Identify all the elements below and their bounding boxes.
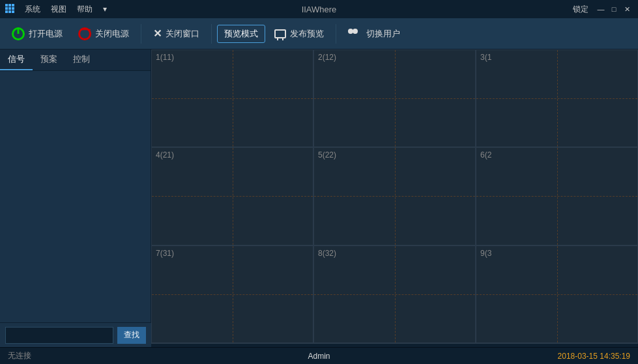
menu-view[interactable]: 视图 bbox=[47, 4, 70, 15]
status-user: Admin bbox=[308, 352, 330, 361]
status-bar: 无连接 Admin 2018-03-15 14:35:19 bbox=[0, 347, 638, 364]
maximize-button[interactable]: □ bbox=[608, 3, 620, 15]
separator-1 bbox=[141, 24, 141, 44]
grid-cell-label-6: 7(31) bbox=[156, 249, 174, 258]
app-title: IIAWhere bbox=[302, 5, 337, 14]
preview-mode-button[interactable]: 预览模式 bbox=[217, 25, 265, 43]
close-window-label: 关闭窗口 bbox=[166, 28, 199, 40]
preview-mode-label: 预览模式 bbox=[224, 28, 258, 40]
sidebar: 信号 预案 控制 bbox=[0, 49, 151, 347]
search-button[interactable]: 查找 bbox=[117, 327, 146, 344]
sidebar-search: 查找 bbox=[0, 322, 151, 347]
tab-signal[interactable]: 信号 bbox=[0, 49, 33, 70]
window-controls: 锁定 — □ ✕ bbox=[568, 3, 633, 15]
toolbar: 打开电源 关闭电源 ✕ 关闭窗口 预览模式 发布预览 切换用户 bbox=[0, 18, 638, 49]
search-input[interactable] bbox=[5, 327, 113, 344]
grid-cell-label-2: 3(1 bbox=[480, 53, 491, 62]
power-on-label: 打开电源 bbox=[29, 28, 63, 40]
menu-system[interactable]: 系统 bbox=[21, 4, 44, 15]
connection-status: 无连接 bbox=[8, 350, 558, 361]
switch-user-label: 切换用户 bbox=[366, 28, 400, 40]
grid-cell-label-5: 6(2 bbox=[480, 150, 491, 160]
power-on-icon bbox=[12, 27, 25, 40]
grid-cell-7[interactable]: 8(32) bbox=[313, 245, 476, 343]
grid-cell-4[interactable]: 5(22) bbox=[313, 147, 476, 245]
grid-container: 1(11)2(12)3(14(21)5(22)6(27(31)8(32)9(3 bbox=[151, 49, 638, 343]
users-icon bbox=[348, 29, 362, 39]
grid-scrollbar[interactable] bbox=[151, 343, 638, 347]
separator-3 bbox=[336, 24, 336, 44]
grid-cell-0[interactable]: 1(11) bbox=[151, 49, 313, 147]
power-on-button[interactable]: 打开电源 bbox=[5, 25, 69, 43]
close-x-icon: ✕ bbox=[153, 27, 162, 40]
close-window-button[interactable]: ✕ 关闭窗口 bbox=[147, 25, 206, 42]
grid-cell-2[interactable]: 3(1 bbox=[476, 49, 638, 147]
grid-cell-8[interactable]: 9(3 bbox=[476, 245, 638, 343]
title-bar: 系统 视图 帮助 ▾ IIAWhere 锁定 — □ ✕ bbox=[0, 0, 638, 18]
grid-cell-label-3: 4(21) bbox=[156, 150, 174, 160]
tab-control[interactable]: 控制 bbox=[65, 49, 98, 70]
power-off-icon bbox=[78, 27, 91, 40]
app-menu: 系统 视图 帮助 ▾ bbox=[5, 4, 111, 15]
status-datetime: 2018-03-15 14:35:19 bbox=[558, 352, 630, 361]
grid-cell-1[interactable]: 2(12) bbox=[313, 49, 476, 147]
publish-preview-button[interactable]: 发布预览 bbox=[268, 25, 330, 42]
close-button[interactable]: ✕ bbox=[621, 3, 633, 15]
menu-help[interactable]: 帮助 bbox=[73, 4, 96, 15]
main-area: 信号 预案 控制 1(11)2(12)3(14(21)5(22)6(27(31)… bbox=[0, 49, 638, 347]
grid-area: 1(11)2(12)3(14(21)5(22)6(27(31)8(32)9(3 bbox=[151, 49, 638, 347]
grid-cell-label-4: 5(22) bbox=[318, 150, 336, 160]
tab-plan[interactable]: 预案 bbox=[33, 49, 65, 70]
grid-cell-6[interactable]: 7(31) bbox=[151, 245, 313, 343]
monitor-icon bbox=[274, 29, 286, 38]
grid-cell-label-1: 2(12) bbox=[318, 53, 336, 62]
grid-cell-3[interactable]: 4(21) bbox=[151, 147, 313, 245]
sidebar-content bbox=[0, 71, 151, 347]
lock-button[interactable]: 锁定 bbox=[568, 4, 594, 15]
power-off-button[interactable]: 关闭电源 bbox=[72, 25, 136, 43]
grid-cell-label-0: 1(11) bbox=[156, 53, 174, 62]
publish-preview-label: 发布预览 bbox=[290, 28, 324, 40]
grid-cell-label-8: 9(3 bbox=[480, 249, 491, 258]
power-off-label: 关闭电源 bbox=[95, 28, 129, 40]
switch-user-button[interactable]: 切换用户 bbox=[341, 25, 407, 42]
app-logo-icon bbox=[5, 4, 16, 14]
grid-cell-label-7: 8(32) bbox=[318, 249, 336, 258]
menu-extra[interactable]: ▾ bbox=[99, 5, 111, 14]
separator-2 bbox=[211, 24, 212, 44]
sidebar-tabs: 信号 预案 控制 bbox=[0, 49, 151, 71]
minimize-button[interactable]: — bbox=[595, 3, 607, 15]
grid-cell-5[interactable]: 6(2 bbox=[476, 147, 638, 245]
